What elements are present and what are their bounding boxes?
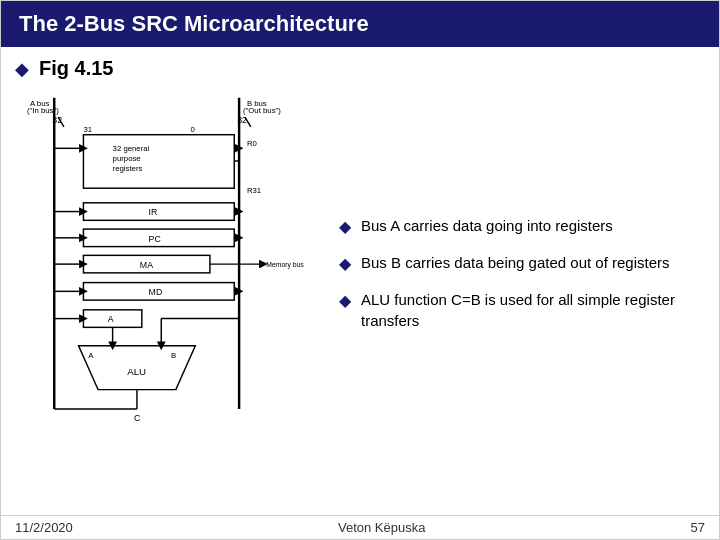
svg-text:R31: R31 — [247, 186, 261, 195]
svg-text:PC: PC — [149, 234, 161, 244]
bullet-item-2: ◆ Bus B carries data being gated out of … — [339, 252, 705, 273]
fig-title: Fig 4.15 — [39, 57, 113, 80]
bullet-text-3: ALU function C=B is used for all simple … — [361, 289, 705, 331]
bullet-item-1: ◆ Bus A carries data going into register… — [339, 215, 705, 236]
left-panel: ◆ Fig 4.15 A bus ("In bus") 32 — [15, 57, 325, 505]
bullet-icon-3: ◆ — [339, 291, 351, 310]
svg-rect-13 — [83, 135, 234, 189]
svg-text:32: 32 — [237, 115, 247, 125]
svg-text:R0: R0 — [247, 139, 258, 148]
fig-bullet-icon: ◆ — [15, 58, 29, 80]
svg-text:B: B — [171, 351, 176, 360]
footer-page: 57 — [691, 520, 705, 535]
right-panel: ◆ Bus A carries data going into register… — [325, 57, 705, 505]
svg-text:MA: MA — [140, 260, 153, 270]
svg-text:registers: registers — [113, 164, 143, 173]
bullet-icon-2: ◆ — [339, 254, 351, 273]
fig-label-row: ◆ Fig 4.15 — [15, 57, 325, 80]
svg-text:ALU: ALU — [127, 366, 146, 377]
svg-text:0: 0 — [190, 125, 195, 134]
svg-text:A: A — [108, 314, 114, 324]
svg-text:("Out bus"): ("Out bus") — [243, 106, 281, 115]
footer-date: 11/2/2020 — [15, 520, 73, 535]
svg-text:("In bus"): ("In bus") — [27, 106, 59, 115]
slide: The 2-Bus SRC Microarchitecture ◆ Fig 4.… — [0, 0, 720, 540]
slide-content: ◆ Fig 4.15 A bus ("In bus") 32 — [1, 47, 719, 515]
bullet-item-3: ◆ ALU function C=B is used for all simpl… — [339, 289, 705, 331]
slide-header: The 2-Bus SRC Microarchitecture — [1, 1, 719, 47]
svg-text:Memory bus: Memory bus — [266, 261, 304, 269]
slide-footer: 11/2/2020 Veton Këpuska 57 — [1, 515, 719, 539]
svg-text:32 general: 32 general — [113, 144, 150, 153]
svg-text:A: A — [88, 351, 94, 360]
svg-text:C: C — [134, 413, 140, 423]
slide-title: The 2-Bus SRC Microarchitecture — [19, 11, 369, 36]
svg-text:31: 31 — [83, 125, 92, 134]
architecture-diagram: A bus ("In bus") 32 B bus ("Out bus") 32… — [21, 88, 321, 448]
svg-text:MD: MD — [149, 287, 163, 297]
footer-author: Veton Këpuska — [338, 520, 425, 535]
svg-text:purpose: purpose — [113, 154, 141, 163]
svg-rect-20 — [83, 203, 234, 221]
diagram-area: A bus ("In bus") 32 B bus ("Out bus") 32… — [21, 88, 325, 505]
bullet-text-1: Bus A carries data going into registers — [361, 215, 613, 236]
bullet-icon-1: ◆ — [339, 217, 351, 236]
bullet-text-2: Bus B carries data being gated out of re… — [361, 252, 670, 273]
svg-text:IR: IR — [149, 207, 158, 217]
